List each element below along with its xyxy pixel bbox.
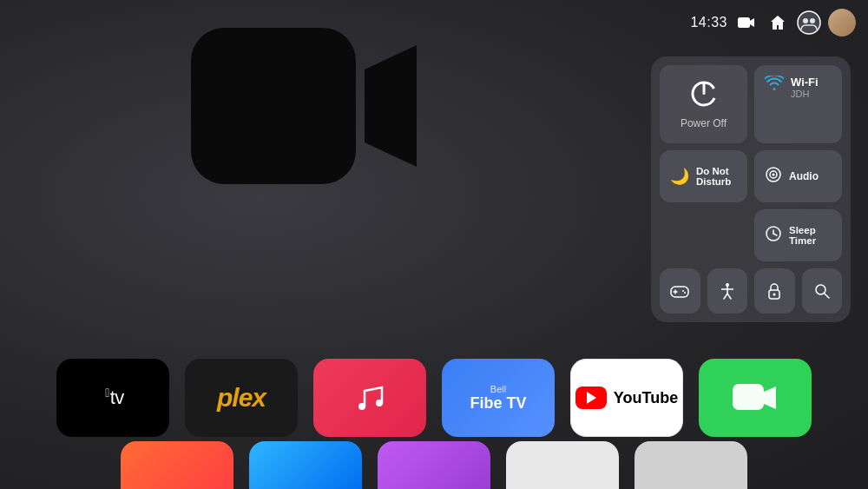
avatar[interactable]: [828, 9, 856, 36]
sleep-timer-button[interactable]: Sleep Timer: [754, 209, 842, 261]
svg-rect-4: [191, 28, 356, 184]
audio-label: Audio: [789, 170, 819, 182]
svg-point-9: [773, 173, 775, 175]
plex-label: plex: [217, 383, 266, 413]
top-bar: 14:33: [678, 0, 868, 45]
music-note-icon: [351, 379, 389, 417]
svg-line-12: [773, 234, 777, 235]
appletv-label: tv: [105, 386, 124, 409]
bell-fibe: Fibe TV: [470, 394, 526, 413]
control-center: Power Off Wi-Fi JDH 🌙 Do Not Disturb: [651, 56, 851, 322]
cc-main-grid: Power Off Wi-Fi JDH 🌙 Do Not Disturb: [660, 65, 842, 261]
svg-point-28: [376, 400, 383, 406]
audio-icon: [765, 166, 782, 188]
main-app-icon-area: [0, 52, 608, 159]
svg-point-16: [682, 290, 684, 292]
time-display: 14:33: [690, 15, 727, 30]
appletv-app-icon[interactable]: tv: [56, 359, 169, 437]
svg-line-22: [727, 294, 731, 299]
appletv-logo: tv: [102, 386, 124, 409]
accessibility-button[interactable]: [707, 268, 748, 314]
svg-line-26: [825, 294, 829, 298]
svg-point-3: [810, 18, 815, 23]
bell-text: Bell Fibe TV: [470, 384, 526, 413]
power-off-label: Power Off: [681, 117, 727, 129]
do-not-disturb-button[interactable]: 🌙 Do Not Disturb: [660, 150, 747, 202]
wifi-network: JDH: [791, 89, 819, 99]
svg-point-17: [684, 292, 686, 294]
svg-point-25: [816, 285, 825, 294]
svg-rect-29: [733, 384, 764, 410]
user-switch-icon[interactable]: [797, 10, 821, 35]
app-partial-1[interactable]: [121, 441, 233, 489]
svg-point-18: [726, 283, 729, 287]
gamepad-button[interactable]: [660, 268, 700, 314]
power-off-button[interactable]: Power Off: [660, 65, 747, 143]
youtube-label: YouTube: [614, 389, 678, 407]
svg-line-21: [724, 294, 727, 299]
wifi-label: Wi-Fi: [791, 76, 819, 89]
bell-brand: Bell: [470, 384, 526, 394]
cc-small-grid: [660, 268, 842, 314]
wifi-icon: [765, 76, 784, 96]
svg-rect-6: [702, 83, 705, 95]
wifi-text: Wi-Fi JDH: [791, 76, 819, 99]
power-icon: [689, 79, 719, 112]
app-partial-4[interactable]: [506, 441, 619, 489]
audio-button[interactable]: Audio: [754, 150, 842, 202]
moon-icon: 🌙: [670, 167, 689, 186]
app-partial-3[interactable]: [378, 441, 490, 489]
wifi-button[interactable]: Wi-Fi JDH: [754, 65, 842, 143]
search-button[interactable]: [802, 268, 843, 314]
home-icon[interactable]: [766, 10, 790, 35]
avatar-face: [828, 9, 856, 36]
plex-app-icon[interactable]: plex: [185, 359, 298, 437]
clock-icon: [765, 225, 782, 246]
sleep-label: Sleep Timer: [789, 225, 832, 246]
facetime-app-icon[interactable]: [699, 359, 812, 437]
music-app-icon[interactable]: [313, 359, 426, 437]
svg-point-27: [358, 403, 365, 410]
youtube-app-icon[interactable]: YouTube: [570, 359, 683, 437]
svg-point-2: [803, 18, 808, 23]
camera-icon[interactable]: [734, 10, 759, 35]
svg-rect-0: [738, 17, 750, 28]
app-partial-5[interactable]: [635, 441, 747, 489]
dnd-label: Do Not Disturb: [696, 166, 737, 187]
play-triangle: [587, 392, 596, 404]
bell-fibre-app-icon[interactable]: Bell Fibe TV: [442, 359, 555, 437]
app-dock: tv plex Bell Fibe TV YouTube: [0, 359, 868, 437]
screen-lock-button[interactable]: [754, 268, 795, 314]
svg-point-24: [773, 294, 776, 296]
svg-point-1: [798, 11, 820, 34]
app-partial-2[interactable]: [249, 441, 362, 489]
youtube-logo: YouTube: [575, 387, 678, 409]
facetime-camera-icon: [733, 382, 778, 413]
youtube-play-icon: [575, 387, 607, 409]
app-dock-row2: [0, 441, 868, 489]
facetime-large-icon: [182, 10, 425, 202]
